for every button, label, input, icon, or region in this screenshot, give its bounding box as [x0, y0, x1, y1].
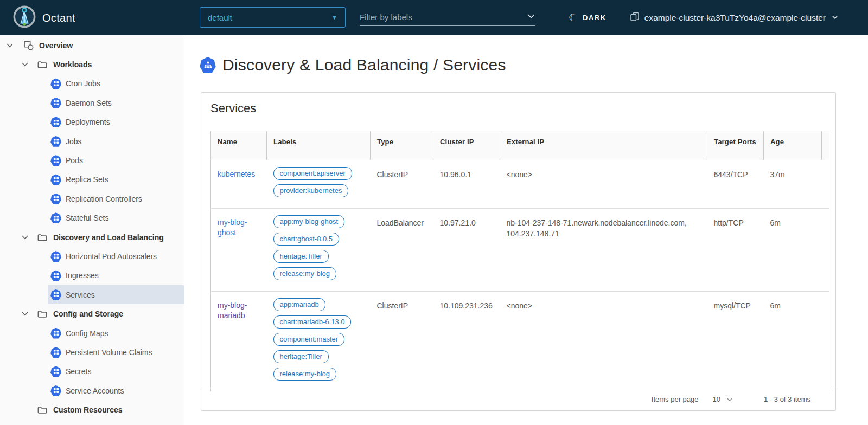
label-pill-chart-mariadb-6-13-0[interactable]: chart:mariadb-6.13.0 — [273, 315, 352, 329]
stateful-sets-icon — [50, 212, 61, 223]
sidebar-item-label: Jobs — [66, 137, 82, 146]
cluster-context-label: example-cluster-ka3TuTzYo4a@example-clus… — [644, 13, 826, 23]
chevron-down-icon[interactable] — [21, 60, 29, 69]
folder-icon — [37, 308, 48, 319]
label-filter-input[interactable]: Filter by labels — [360, 9, 535, 26]
chevron-down-icon[interactable] — [21, 310, 29, 318]
horizontal-pod-autoscalers-icon — [50, 251, 61, 262]
sidebar-item-workloads[interactable]: Workloads — [0, 55, 184, 74]
sidebar-item-stateful-sets[interactable]: Stateful Sets — [48, 209, 184, 228]
config-maps-icon — [50, 328, 61, 339]
service-link-kubernetes[interactable]: kubernetes — [218, 167, 255, 179]
chevron-down-icon[interactable] — [21, 233, 29, 242]
sidebar-item-replication-controllers[interactable]: Replication Controllers — [48, 189, 184, 208]
sidebar-item-persistent-volume-claims[interactable]: Persistent Volume Claims — [48, 343, 184, 362]
sidebar-item-label: Ingresses — [66, 271, 99, 280]
column-header-target-ports: Target Ports — [707, 131, 764, 160]
target-ports-cell: http/TCP — [714, 215, 744, 228]
service-link-my-blog-ghost[interactable]: my-blog-ghost — [218, 215, 260, 238]
sidebar-item-label: Service Accounts — [66, 387, 124, 395]
items-per-page-label: Items per page — [652, 395, 699, 403]
external-ip-cell: nb-104-237-148-71.newark.nodebalancer.li… — [507, 215, 701, 240]
sidebar-item-secrets[interactable]: Secrets — [48, 362, 184, 381]
sidebar-item-services[interactable]: Services — [48, 285, 184, 304]
namespace-select[interactable]: default ▼ — [200, 7, 346, 28]
sidebar-tree: Overview Worklo — [0, 36, 184, 420]
table-header-row: NameLabelsTypeCluster IPExternal IPTarge… — [211, 131, 829, 160]
column-header-cluster-ip: Cluster IP — [433, 131, 500, 160]
sidebar-item-daemon-sets[interactable]: Daemon Sets — [48, 93, 184, 112]
items-per-page-select[interactable]: 10 — [713, 395, 733, 403]
sidebar-item-config-maps[interactable]: Config Maps — [48, 324, 184, 343]
sidebar-item-discovery-and-load-balancing[interactable]: Discovery and Load Balancing — [0, 228, 184, 247]
cron-jobs-icon — [50, 78, 61, 89]
sidebar-item-horizontal-pod-autoscalers[interactable]: Horizontal Pod Autoscalers — [48, 247, 184, 266]
pagination-bar: Items per page 10 1 - 3 of 3 items — [201, 388, 835, 410]
sidebar-item-pods[interactable]: Pods — [48, 151, 184, 170]
type-cell: ClusterIP — [377, 298, 409, 311]
sidebar-item-cron-jobs[interactable]: Cron Jobs — [48, 74, 184, 93]
label-pill-release-my-blog[interactable]: release:my-blog — [273, 368, 337, 381]
column-header-age: Age — [764, 131, 822, 160]
cluster-context-switcher[interactable]: example-cluster-ka3TuTzYo4a@example-clus… — [630, 0, 838, 35]
label-pill-app-mariadb[interactable]: app:mariadb — [273, 298, 326, 311]
sidebar-item-custom-resources[interactable]: Custom Resources — [0, 400, 184, 419]
external-ip-cell: <none> — [507, 298, 533, 311]
labels-cell: app:mariadbchart:mariadb-6.13.0component… — [267, 292, 371, 392]
chevron-down-icon — [832, 13, 838, 23]
label-pill-component-master[interactable]: component:master — [273, 333, 345, 346]
chevron-down-icon[interactable] — [5, 41, 14, 50]
column-header-name: Name — [211, 131, 267, 160]
sidebar-item-label: Workloads — [53, 60, 92, 69]
folder-icon — [37, 59, 48, 70]
external-ip-cell: <none> — [507, 167, 533, 180]
items-per-page-value: 10 — [713, 395, 720, 403]
page-title-block: Discovery & Load Balancing / Services — [200, 56, 868, 74]
service-icon — [200, 57, 216, 73]
sidebar-item-ingresses[interactable]: Ingresses — [48, 266, 184, 285]
clone-icon — [630, 12, 640, 24]
type-cell: ClusterIP — [377, 167, 409, 180]
pagination-range: 1 - 3 of 3 items — [764, 395, 810, 403]
service-accounts-icon — [50, 385, 61, 396]
top-header-bar: Octant default ▼ Filter by labels ☾ DARK… — [0, 0, 868, 35]
label-pill-heritage-tiller[interactable]: heritage:Tiller — [273, 350, 329, 363]
sidebar-item-overview[interactable]: Overview — [0, 36, 184, 55]
namespace-selected-value: default — [208, 13, 232, 22]
column-header-type: Type — [371, 131, 433, 160]
sidebar-item-label: Discovery and Load Balancing — [53, 233, 164, 242]
sidebar-item-label: Secrets — [66, 367, 91, 376]
persistent-volume-claims-icon — [50, 347, 61, 358]
sidebar-item-label: Pods — [66, 156, 83, 165]
jobs-icon — [50, 136, 61, 147]
label-pill-release-my-blog[interactable]: release:my-blog — [273, 267, 337, 280]
app-title: Octant — [42, 12, 75, 24]
label-pill-app-my-blog-ghost[interactable]: app:my-blog-ghost — [273, 215, 345, 228]
label-pill-heritage-tiller[interactable]: heritage:Tiller — [273, 250, 329, 263]
card-title: Services — [210, 101, 826, 115]
target-ports-cell: 6443/TCP — [714, 167, 748, 180]
sidebar-item-label: Services — [66, 291, 95, 299]
sidebar-item-replica-sets[interactable]: Replica Sets — [48, 170, 184, 189]
deployments-icon — [50, 117, 61, 127]
table-row: kubernetes component:apiserverprovider:k… — [211, 160, 829, 209]
age-cell: 37m — [770, 167, 785, 180]
octant-logo-icon — [13, 5, 36, 30]
sidebar-item-label: Daemon Sets — [66, 99, 112, 107]
sidebar-item-service-accounts[interactable]: Service Accounts — [48, 381, 184, 400]
main-content: Discovery & Load Balancing / Services Se… — [184, 35, 868, 425]
sidebar-item-label: Persistent Volume Claims — [66, 348, 152, 357]
service-link-my-blog-mariadb[interactable]: my-blog-mariadb — [218, 298, 260, 321]
label-pill-provider-kubernetes[interactable]: provider:kubernetes — [273, 184, 349, 197]
column-header-external-ip: External IP — [500, 131, 707, 160]
label-pill-chart-ghost-8-0-5[interactable]: chart:ghost-8.0.5 — [273, 233, 340, 246]
sidebar-item-deployments[interactable]: Deployments — [48, 113, 184, 132]
brand: Octant — [13, 5, 75, 30]
label-pill-component-apiserver[interactable]: component:apiserver — [273, 167, 352, 180]
theme-toggle-button[interactable]: ☾ DARK — [569, 0, 607, 35]
moon-icon: ☾ — [567, 11, 579, 24]
labels-cell: component:apiserverprovider:kubernetes — [267, 160, 371, 209]
services-table: NameLabelsTypeCluster IPExternal IPTarge… — [210, 131, 829, 391]
sidebar-item-jobs[interactable]: Jobs — [48, 132, 184, 151]
sidebar-item-config-and-storage[interactable]: Config and Storage — [0, 304, 184, 323]
